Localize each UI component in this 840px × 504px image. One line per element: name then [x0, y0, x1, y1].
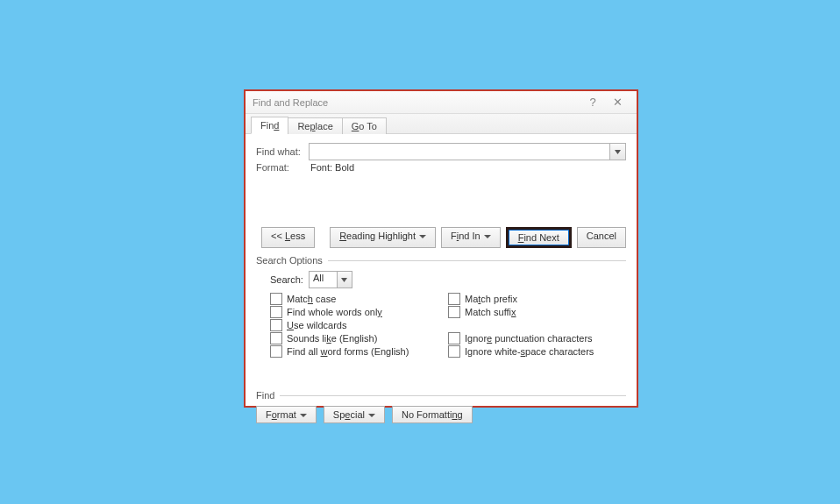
find-next-button[interactable]: Find Next [506, 227, 572, 248]
caret-down-icon [484, 235, 491, 238]
reading-highlight-button[interactable]: Reading Highlight [330, 227, 436, 248]
tab-find[interactable]: Find [251, 117, 288, 134]
search-direction-select[interactable]: All [309, 271, 352, 288]
findwhat-textbox[interactable] [310, 144, 609, 160]
search-direction-label: Search: [270, 274, 303, 285]
caret-down-icon [300, 414, 307, 417]
search-options-group: Search Options Search: All Match case [256, 255, 626, 358]
wildcards-checkbox[interactable]: Use wildcards [270, 319, 448, 331]
no-formatting-button[interactable]: No Formatting [392, 406, 473, 423]
tab-replace[interactable]: Replace [288, 117, 342, 134]
sounds-like-checkbox[interactable]: Sounds like (English) [270, 332, 448, 344]
format-button[interactable]: Format [256, 406, 317, 423]
format-label: Format: [256, 162, 309, 173]
match-prefix-checkbox[interactable]: Match prefix [448, 293, 626, 305]
checkbox-icon [270, 332, 282, 344]
options-col-right: Match prefix Match suffix x Ignore punct… [448, 292, 626, 358]
findwhat-label: Find what: [256, 146, 309, 157]
checkbox-icon [270, 306, 282, 318]
checkbox-icon [270, 293, 282, 305]
search-direction-value: All [310, 272, 337, 287]
findwhat-input[interactable] [309, 143, 626, 160]
format-value: Font: Bold [309, 162, 354, 173]
word-forms-checkbox[interactable]: Find all word forms (English) [270, 345, 448, 358]
findwhat-dropdown-icon[interactable] [609, 144, 625, 160]
checkbox-icon [448, 293, 460, 305]
titlebar: Find and Replace ? ✕ [246, 91, 637, 114]
options-col-left: Match case Find whole words only Use wil… [270, 292, 448, 358]
match-case-checkbox[interactable]: Match case [270, 293, 448, 305]
checkbox-icon [448, 345, 460, 358]
cancel-button[interactable]: Cancel [577, 227, 626, 248]
match-suffix-checkbox[interactable]: Match suffix [448, 306, 626, 318]
select-dropdown-icon[interactable] [337, 272, 352, 287]
find-in-button[interactable]: Find In [441, 227, 501, 248]
checkbox-icon [270, 319, 282, 331]
help-icon[interactable]: ? [580, 96, 605, 109]
find-legend: Find [256, 390, 274, 401]
checkbox-icon [270, 345, 282, 358]
button-row: << Less Reading Highlight Find In Find N… [256, 227, 626, 248]
caret-down-icon [368, 414, 375, 417]
caret-down-icon [419, 235, 426, 238]
dialog-title: Find and Replace [253, 97, 580, 108]
tab-goto[interactable]: Go To [342, 117, 387, 134]
ignore-space-checkbox[interactable]: Ignore white-space characters [448, 345, 626, 358]
special-button[interactable]: Special [324, 406, 385, 423]
find-replace-dialog: Find and Replace ? ✕ Find Replace Go To … [244, 89, 638, 408]
find-format-group: Find Format Special No Formatting [256, 390, 626, 423]
close-icon[interactable]: ✕ [605, 96, 630, 109]
search-options-legend: Search Options [256, 255, 323, 266]
checkbox-icon [448, 306, 460, 318]
less-button[interactable]: << Less [261, 227, 315, 248]
ignore-punct-checkbox[interactable]: Ignore punctuation characters [448, 332, 626, 344]
dialog-content: Find what: Format: Font: Bold << Less Re… [246, 134, 637, 430]
tab-strip: Find Replace Go To [246, 114, 637, 134]
checkbox-icon [448, 332, 460, 344]
whole-words-checkbox[interactable]: Find whole words only [270, 306, 448, 318]
